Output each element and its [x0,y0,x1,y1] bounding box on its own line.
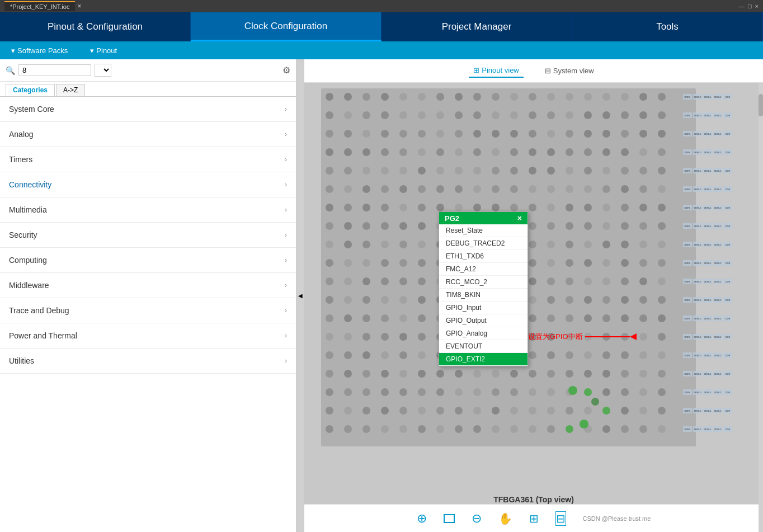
view-pinout-button[interactable]: ⊞ Pinout view [469,64,523,78]
sidebar-item-multimedia[interactable]: Multimedia › [0,197,296,223]
scrollbar-thumb[interactable] [759,94,763,116]
popup-item-eventout[interactable]: EVENTOUT [439,340,527,353]
nav-tab-project[interactable]: Project Manager [381,12,572,41]
layers-button[interactable]: ⊞ [529,512,539,525]
search-dropdown[interactable] [95,64,111,77]
sub-nav-pinout[interactable]: ▾ Pinout [90,46,117,55]
svg-point-20 [658,93,666,101]
popup-item-eth1-txd6[interactable]: ETH1_TXD6 [439,250,527,263]
svg-point-555 [591,398,599,406]
popup-item-gpio-analog[interactable]: GPIO_Analog [439,327,527,340]
sidebar-item-connectivity[interactable]: Connectivity › [0,172,296,197]
svg-point-136 [344,222,352,230]
sidebar-item-middleware[interactable]: Middleware › [0,273,296,298]
svg-point-254 [418,333,426,341]
pan-button[interactable]: ✋ [498,512,512,525]
close-icon[interactable]: × [77,2,81,10]
svg-point-112 [602,185,610,193]
nav-tab-tools[interactable]: Tools [572,12,763,41]
svg-point-22 [344,111,352,119]
frame-button[interactable] [444,514,455,523]
svg-text:DDRL0: DDRL0 [694,373,701,375]
svg-point-102 [418,185,426,193]
sidebar-item-system-core[interactable]: System Core › [0,97,296,122]
svg-point-84 [436,167,444,175]
svg-point-93 [602,167,610,175]
svg-text:DDR: DDR [726,428,731,431]
svg-text:DDRL0: DDRL0 [694,96,701,98]
popup-close-icon[interactable]: × [517,214,522,223]
svg-point-78 [326,167,333,175]
bottom-toolbar: ⊕ ⊖ ✋ ⊞ ⊟ CSDN @Please trust me [304,504,763,532]
svg-point-271 [381,351,389,359]
tab-categories[interactable]: Categories [6,84,55,96]
svg-point-26 [418,111,426,119]
sidebar: 🔍 ⚙ Categories A->Z System Core › Analog [0,59,296,532]
title-tab[interactable]: *Project_KEY_INT.ioc [4,1,75,11]
svg-point-120 [399,204,407,211]
sidebar-item-trace-debug[interactable]: Trace and Debug › [0,298,296,323]
nav-tab-clock[interactable]: Clock Configuration [191,12,381,41]
gear-icon[interactable]: ⚙ [282,65,290,76]
popup-item-gpio-input[interactable]: GPIO_Input [439,302,527,314]
svg-text:DDRL: DDRL [685,151,691,154]
svg-point-554 [580,420,588,429]
vertical-scrollbar[interactable] [759,83,763,532]
svg-point-33 [547,111,555,119]
sidebar-item-analog[interactable]: Analog › [0,122,296,147]
svg-point-291 [399,370,407,378]
svg-text:DDR: DDR [726,280,731,283]
sidebar-collapse-handle[interactable]: ◀ [296,59,304,532]
svg-text:DDRL: DDRL [685,96,691,98]
search-input[interactable] [18,64,91,76]
grid-button[interactable]: ⊟ [555,511,566,526]
svg-point-117 [344,204,352,211]
chevron-right-icon: › [285,105,287,113]
svg-point-169 [602,241,610,248]
svg-point-15 [566,93,573,101]
sub-nav-software-packs[interactable]: ▾ Software Packs [11,46,68,55]
sidebar-item-utilities[interactable]: Utilities › [0,349,296,374]
popup-item-reset[interactable]: Reset_State [439,224,527,237]
svg-point-288 [344,370,352,378]
nav-tab-pinout[interactable]: Pinout & Configuration [0,12,191,41]
close-window-button[interactable]: × [755,3,759,10]
sidebar-item-timers[interactable]: Timers › [0,147,296,172]
sidebar-item-security[interactable]: Security › [0,223,296,248]
zoom-out-button[interactable]: ⊖ [472,511,482,526]
svg-point-43 [381,130,389,138]
popup-item-gpio-output[interactable]: GPIO_Output [439,314,527,327]
svg-point-139 [399,222,407,230]
sidebar-item-power-thermal[interactable]: Power and Thermal › [0,323,296,349]
tab-az[interactable]: A->Z [56,84,85,96]
chip-area: DDRLDDRL0DDRL1DDRL2DDRDDRLDDRL0DDRL1DDRL… [304,83,763,532]
svg-point-346 [362,425,370,433]
svg-text:DDRL0: DDRL0 [694,317,701,320]
minimize-button[interactable]: — [738,3,745,10]
maximize-button[interactable]: □ [748,3,752,10]
svg-point-284 [621,351,629,359]
view-system-button[interactable]: ⊟ System view [540,64,599,77]
svg-point-2 [326,93,333,101]
popup-item-fmc-a12[interactable]: FMC_A12 [439,263,527,276]
svg-point-50 [510,130,518,138]
svg-point-267 [658,333,666,341]
svg-point-318 [547,388,555,396]
svg-point-269 [344,351,352,359]
popup-item-rcc-mco2[interactable]: RCC_MCO_2 [439,276,527,289]
sidebar-item-computing[interactable]: Computing › [0,248,296,273]
svg-point-215 [399,296,407,304]
svg-text:DDR: DDR [726,96,731,98]
svg-point-82 [399,167,407,175]
svg-point-146 [529,222,536,230]
gpio-interrupt-arrow: 设置为GPIO中断 [528,332,637,342]
popup-item-debug-traced2[interactable]: DEBUG_TRACED2 [439,237,527,250]
zoom-in-button[interactable]: ⊕ [417,511,427,526]
pinout-view-icon: ⊞ [473,66,479,74]
popup-item-tim8-bkin[interactable]: TIM8_BKIN [439,289,527,302]
svg-point-333 [473,407,481,415]
popup-item-gpio-exti2[interactable]: GPIO_EXTI2 [439,353,527,366]
svg-point-362 [658,425,666,433]
svg-point-300 [566,370,573,378]
svg-point-176 [381,259,389,267]
